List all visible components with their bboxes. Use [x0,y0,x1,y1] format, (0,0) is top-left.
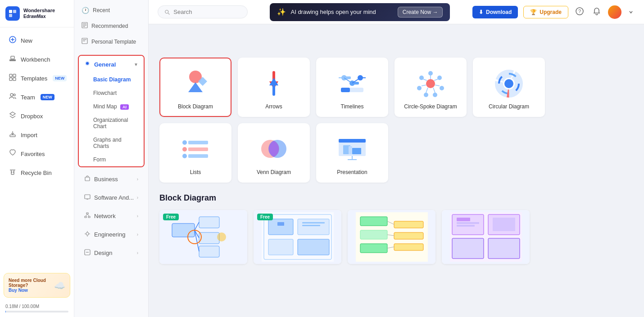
engineering-chevron: › [137,232,138,237]
sub-item-orgchart[interactable]: Organizational Chart [79,113,144,133]
svg-line-35 [87,214,89,216]
template-card-timelines[interactable]: Timelines [316,58,388,117]
template-grid-row1: Block Diagram Arrows [159,58,633,117]
cloud-storage-banner[interactable]: Need more Cloud Storage? Buy Now ☁️ [4,273,70,298]
category-design[interactable]: Design › [78,245,145,261]
mid-item-recent[interactable]: 🕐 Recent [74,3,148,18]
nav-item-team[interactable]: Team NEW [3,88,71,106]
nav-item-import[interactable]: Import [3,126,71,144]
notification-button[interactable] [591,5,603,19]
template-card-block[interactable]: Block Diagram [159,58,231,117]
logo-area[interactable]: Wondershare EdrawMax [0,0,74,27]
preview-card-3[interactable] [348,210,435,264]
upgrade-button[interactable]: 🏆 Upgrade [523,6,568,18]
sub-item-basic[interactable]: Basic Diagram [79,73,144,86]
template-card-presentation[interactable]: Presentation [316,123,388,183]
mid-label-personal: Personal Template [91,39,136,45]
svg-rect-95 [199,217,219,228]
create-now-button[interactable]: Create Now → [398,7,443,18]
templates-icon [9,74,16,83]
circlespoke-icon-area [413,67,449,99]
engineering-icon [84,231,91,238]
template-card-circlespoke[interactable]: Circle-Spoke Diagram [395,58,467,117]
svg-rect-31 [86,213,88,214]
bell-icon [593,7,601,15]
category-software[interactable]: Software And... › [78,189,145,206]
block-diagram-icon-area [177,67,213,99]
nav-item-new[interactable]: New [3,31,71,49]
presentation-icon-area [334,133,370,165]
preview-card-4[interactable] [442,210,530,264]
template-card-venn[interactable]: Venn Diagram [238,123,310,183]
nav-label-favorites: Favorites [21,151,45,157]
recommended-icon [82,22,88,30]
brand-sub: EdrawMax [23,14,55,19]
download-label: Download [486,9,512,15]
sub-item-flowchart[interactable]: Flowchart [79,86,144,100]
search-input[interactable] [173,9,241,15]
general-label: General [94,61,116,68]
svg-rect-84 [188,154,208,158]
svg-rect-9 [13,74,16,77]
upgrade-label: Upgrade [540,9,562,15]
template-card-circular[interactable]: Circular Diagram [473,58,545,117]
mid-item-personal[interactable]: Personal Template [74,34,148,49]
buy-now-link[interactable]: Buy Now [9,288,51,293]
svg-point-59 [426,79,435,88]
network-icon [84,212,91,220]
nav-item-templates[interactable]: Templates NEW [3,69,71,87]
svg-rect-111 [360,217,387,226]
nav-item-recycle[interactable]: Recycle Bin [3,164,71,182]
general-header[interactable]: General ▼ [79,56,144,73]
preview-card-1[interactable]: Free [159,210,247,264]
avatar[interactable] [608,5,621,19]
top-right: ⬇ Download 🏆 Upgrade ? [472,5,635,19]
nav-item-workbench[interactable]: Workbench [3,50,71,68]
preview-img-4 [442,210,530,264]
svg-line-34 [86,214,87,216]
free-badge-2: Free [257,214,273,220]
profile-chevron[interactable] [627,6,635,18]
ai-banner[interactable]: ✨ AI drawing helps open your mind Create… [270,3,450,21]
mindmap-ai-badge: AI [120,104,129,110]
lists-icon-area [177,133,213,165]
nav-items: New Workbench Templates NEW Team NEW [0,27,74,269]
svg-point-66 [419,76,424,80]
svg-point-60 [428,71,433,76]
storage-bar: 0.18M / 100.00M [0,301,74,317]
search-box[interactable] [158,5,248,18]
team-badge: NEW [41,94,54,100]
svg-line-119 [387,247,394,248]
nav-label-recycle: Recycle Bin [21,170,52,176]
svg-rect-127 [493,218,515,231]
category-label-network: Network [94,213,116,219]
top-bar: ✨ AI drawing helps open your mind Create… [149,0,644,24]
sub-item-graphs[interactable]: Graphs and Charts [79,133,144,153]
download-button[interactable]: ⬇ Download [472,6,518,18]
svg-line-69 [435,85,440,86]
svg-rect-94 [172,223,195,237]
ai-banner-text: AI drawing helps open your mind [290,9,393,15]
svg-point-27 [86,62,89,65]
card-label-presentation: Presentation [337,169,367,175]
nav-item-dropbox[interactable]: Dropbox [3,107,71,125]
category-network[interactable]: Network › [78,208,145,224]
preview-card-2[interactable]: Free [254,210,341,264]
nav-item-favorites[interactable]: Favorites [3,145,71,163]
svg-rect-80 [188,141,208,144]
nav-label-dropbox: Dropbox [21,113,43,120]
business-icon [84,175,91,183]
mid-item-recommended[interactable]: Recommended [74,18,148,34]
template-card-lists[interactable]: Lists [159,123,231,183]
svg-point-13 [14,94,15,96]
template-card-arrows[interactable]: Arrows [238,58,310,117]
preview-img-3 [348,210,435,264]
sub-item-mindmap[interactable]: Mind Map AI [79,100,144,113]
sub-item-form[interactable]: Form [79,153,144,166]
category-engineering[interactable]: Engineering › [78,226,145,243]
storage-label: 0.18M / 100.00M [5,304,39,309]
category-business[interactable]: Business › [78,171,145,188]
mid-label-recommended: Recommended [91,23,128,29]
middle-panel: 🕐 Recent Recommended Personal Template G… [74,0,149,317]
help-button[interactable]: ? [574,5,585,19]
